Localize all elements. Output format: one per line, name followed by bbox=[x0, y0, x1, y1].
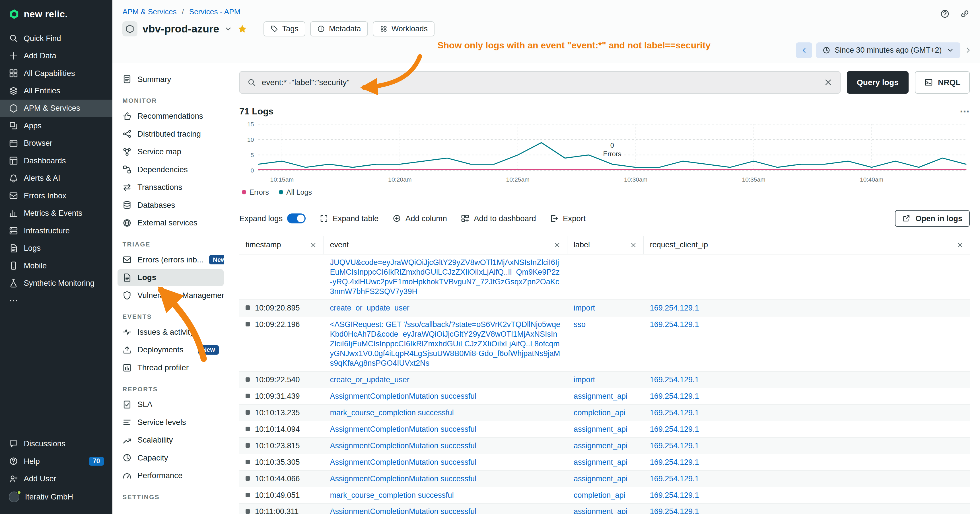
log-event-link[interactable]: AssignmentCompletionMutation successful bbox=[330, 425, 476, 433]
sidebar-item-browser[interactable]: Browser bbox=[0, 135, 112, 152]
log-label-link[interactable]: import bbox=[574, 304, 595, 312]
log-label-link[interactable]: completion_api bbox=[574, 408, 625, 417]
remove-column-request-client-ip-button[interactable] bbox=[957, 242, 964, 248]
log-row[interactable]: JUQVU&code=eyJraWQiOiJjcGltY29yZV8wOTl1M… bbox=[239, 255, 970, 300]
sidebar-item-apm-services[interactable]: APM & Services bbox=[0, 100, 112, 117]
log-ip-link[interactable]: 169.254.129.1 bbox=[650, 425, 699, 433]
log-event-link[interactable]: AssignmentCompletionMutation successful bbox=[330, 392, 476, 401]
log-ip-link[interactable]: 169.254.129.1 bbox=[650, 392, 699, 401]
sidebar-item-errors-inbox[interactable]: Errors Inbox bbox=[0, 187, 112, 204]
log-ip-link[interactable]: 169.254.129.1 bbox=[650, 491, 699, 500]
log-event-link[interactable]: AssignmentCompletionMutation successful bbox=[330, 507, 476, 514]
subnav-item-service-map[interactable]: Service map bbox=[118, 143, 224, 160]
subnav-item-sla[interactable]: SLA bbox=[118, 396, 224, 413]
sidebar-item-mobile[interactable]: Mobile bbox=[0, 257, 112, 274]
sidebar-item-logs[interactable]: Logs bbox=[0, 239, 112, 257]
log-label-link[interactable]: import bbox=[574, 376, 595, 384]
row-marker[interactable] bbox=[245, 509, 250, 514]
subnav-item-summary[interactable]: Summary bbox=[118, 71, 224, 88]
log-event-link[interactable]: AssignmentCompletionMutation successful bbox=[330, 458, 476, 466]
subnav-item-vulnerability-management[interactable]: Vulnerability Management bbox=[118, 287, 224, 304]
log-ip-link[interactable]: 169.254.129.1 bbox=[650, 376, 699, 384]
log-ip-link[interactable]: 169.254.129.1 bbox=[650, 320, 699, 329]
entity-switcher-chevron-icon[interactable] bbox=[224, 25, 232, 33]
log-event-link[interactable]: AssignmentCompletionMutation successful bbox=[330, 441, 476, 450]
sidebar-item-dashboards[interactable]: Dashboards bbox=[0, 152, 112, 169]
row-marker[interactable] bbox=[245, 426, 250, 431]
sidebar-item-synthetic-monitoring[interactable]: Synthetic Monitoring bbox=[0, 274, 112, 292]
log-ip-link[interactable]: 169.254.129.1 bbox=[650, 408, 699, 417]
copy-link-icon[interactable] bbox=[960, 9, 970, 19]
row-marker[interactable] bbox=[245, 443, 250, 447]
legend-errors[interactable]: Errors bbox=[242, 188, 269, 196]
time-range-button[interactable]: Since 30 minutes ago (GMT+2) bbox=[816, 42, 961, 58]
log-row[interactable]: 10:10:14.094AssignmentCompletionMutation… bbox=[239, 421, 970, 438]
row-marker[interactable] bbox=[245, 377, 250, 382]
logs-options-button[interactable]: ⋯ bbox=[960, 108, 970, 115]
subnav-item-external-services[interactable]: External services bbox=[118, 215, 224, 231]
sidebar-item-add-data[interactable]: Add Data bbox=[0, 47, 112, 64]
legend-all-logs[interactable]: All Logs bbox=[279, 188, 312, 196]
sidebar-item-infrastructure[interactable]: Infrastructure bbox=[0, 222, 112, 239]
remove-column-event-button[interactable] bbox=[554, 242, 560, 248]
subnav-item-errors-errors-inb[interactable]: Errors (errors inb...New bbox=[118, 251, 224, 268]
log-event-link[interactable]: create_or_update_user bbox=[330, 304, 409, 312]
breadcrumb-link-services-apm[interactable]: Services - APM bbox=[189, 7, 240, 16]
log-row[interactable]: 10:10:44.066AssignmentCompletionMutation… bbox=[239, 471, 970, 487]
row-marker[interactable] bbox=[245, 322, 250, 326]
subnav-item-recommendations[interactable]: Recommendations bbox=[118, 108, 224, 124]
sidebar-item-discussions[interactable]: Discussions bbox=[0, 435, 112, 452]
export-button[interactable]: Export bbox=[550, 214, 585, 223]
subnav-item-databases[interactable]: Databases bbox=[118, 197, 224, 213]
row-marker[interactable] bbox=[245, 394, 250, 398]
remove-column-timestamp-button[interactable] bbox=[310, 242, 317, 248]
subnav-item-thread-profiler[interactable]: Thread profiler bbox=[118, 359, 224, 376]
subnav-item-logs[interactable]: Logs bbox=[118, 269, 224, 286]
log-label-link[interactable]: completion_api bbox=[574, 491, 625, 500]
sidebar-more-button[interactable] bbox=[0, 292, 112, 309]
favorite-star-icon[interactable] bbox=[237, 24, 247, 34]
log-label-link[interactable]: assignment_api bbox=[574, 425, 627, 433]
sidebar-item-add-user[interactable]: Add User bbox=[0, 470, 112, 487]
log-label-link[interactable]: assignment_api bbox=[574, 392, 627, 401]
time-back-button[interactable] bbox=[796, 42, 812, 58]
add-to-dashboard-button[interactable]: Add to dashboard bbox=[461, 214, 536, 223]
log-ip-link[interactable]: 169.254.129.1 bbox=[650, 441, 699, 450]
row-marker[interactable] bbox=[245, 306, 250, 310]
log-ip-link[interactable]: 169.254.129.1 bbox=[650, 458, 699, 466]
log-row[interactable]: 10:09:22.540create_or_update_userimport1… bbox=[239, 372, 970, 388]
subnav-item-issues-activity[interactable]: Issues & activity bbox=[118, 324, 224, 341]
log-row[interactable]: 10:10:35.305AssignmentCompletionMutation… bbox=[239, 454, 970, 471]
metadata-button[interactable]: Metadata bbox=[310, 21, 368, 37]
sidebar-item-quick-find[interactable]: Quick Find bbox=[0, 30, 112, 47]
row-marker[interactable] bbox=[245, 476, 250, 481]
log-event-link[interactable]: AssignmentCompletionMutation successful bbox=[330, 474, 476, 483]
log-ip-link[interactable]: 169.254.129.1 bbox=[650, 304, 699, 312]
add-column-button[interactable]: Add column bbox=[392, 214, 447, 223]
log-event-link[interactable]: <ASGIRequest: GET '/sso/callback/?state=… bbox=[330, 320, 560, 368]
breadcrumb-link-apm-services[interactable]: APM & Services bbox=[123, 7, 177, 16]
expand-logs-toggle[interactable] bbox=[287, 213, 306, 223]
sidebar-item-apps[interactable]: Apps bbox=[0, 117, 112, 134]
subnav-item-performance[interactable]: Performance bbox=[118, 467, 224, 484]
nrql-button[interactable]: NRQL bbox=[915, 71, 970, 94]
log-row[interactable]: 10:10:13.235mark_course_completion succe… bbox=[239, 405, 970, 421]
subnav-item-service-levels[interactable]: Service levels bbox=[118, 414, 224, 431]
expand-table-button[interactable]: Expand table bbox=[320, 214, 379, 223]
log-event-link[interactable]: create_or_update_user bbox=[330, 376, 409, 384]
log-row[interactable]: 10:09:31.439AssignmentCompletionMutation… bbox=[239, 388, 970, 405]
subnav-item-transactions[interactable]: Transactions bbox=[118, 179, 224, 196]
log-label-link[interactable]: sso bbox=[574, 320, 585, 329]
sidebar-item-all-capabilities[interactable]: All Capabilities bbox=[0, 65, 112, 82]
tags-button[interactable]: Tags bbox=[264, 21, 305, 37]
sidebar-item-help[interactable]: Help70 bbox=[0, 452, 112, 470]
remove-column-label-button[interactable] bbox=[630, 242, 637, 248]
sidebar-item-iterativ-gmbh[interactable]: Iterativ GmbH bbox=[0, 487, 112, 506]
log-event-link[interactable]: mark_course_completion successful bbox=[330, 491, 453, 500]
log-event-link[interactable]: mark_course_completion successful bbox=[330, 408, 453, 417]
log-label-link[interactable]: assignment_api bbox=[574, 458, 627, 466]
workloads-button[interactable]: Workloads bbox=[373, 21, 434, 37]
clear-query-icon[interactable] bbox=[824, 78, 833, 87]
log-row[interactable]: 10:10:49.051mark_course_completion succe… bbox=[239, 487, 970, 504]
subnav-item-distributed-tracing[interactable]: Distributed tracing bbox=[118, 126, 224, 142]
